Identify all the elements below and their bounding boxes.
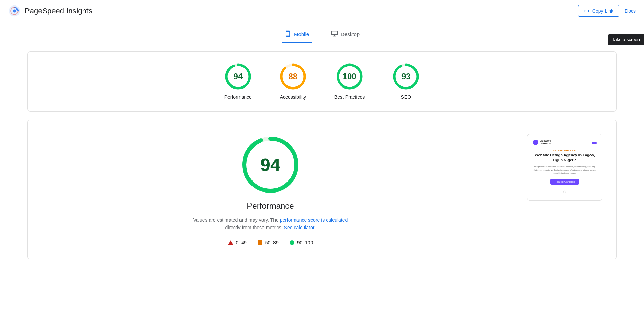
menu-line-2 bbox=[592, 142, 597, 143]
score-cards: 94 Performance 88 Accessibility bbox=[42, 63, 602, 111]
accessibility-circle: 88 bbox=[279, 63, 307, 90]
score-card-accessibility: 88 Accessibility bbox=[279, 63, 307, 100]
docs-link[interactable]: Docs bbox=[625, 8, 636, 14]
performance-section: 94 Performance Values are estimated and … bbox=[27, 120, 617, 259]
best-practices-circle: 100 bbox=[336, 63, 363, 90]
large-performance-score: 94 bbox=[260, 154, 280, 175]
score-description: Values are estimated and may vary. The p… bbox=[193, 216, 348, 232]
seo-score: 93 bbox=[401, 72, 411, 81]
copy-link-button[interactable]: Copy Link bbox=[578, 5, 619, 17]
mobile-icon bbox=[284, 30, 291, 38]
app-title: PageSpeed Insights bbox=[25, 7, 92, 15]
tab-desktop[interactable]: Desktop bbox=[328, 26, 362, 43]
fail-range: 0–49 bbox=[236, 240, 247, 245]
preview-footer: ○ bbox=[533, 189, 597, 195]
calculator-link[interactable]: See calculator. bbox=[284, 225, 316, 230]
best-practices-score: 100 bbox=[343, 72, 356, 81]
legend-pass: 90–100 bbox=[290, 240, 313, 245]
desc-text-1: Values are estimated and may vary. The bbox=[193, 217, 279, 223]
score-cards-wrapper: 94 Performance 88 Accessibility bbox=[27, 51, 617, 112]
pass-icon bbox=[290, 240, 294, 245]
preview-header: BluewaveDIGITALS bbox=[533, 140, 597, 145]
perf-score-link[interactable]: performance score is calculated bbox=[280, 217, 348, 223]
header-right: Copy Link Docs bbox=[578, 5, 636, 17]
preview-menu-icon bbox=[592, 141, 597, 144]
preview-hero: WE ARE THE BEST Website Design Agency in… bbox=[533, 149, 597, 185]
header-left: PageSpeed Insights bbox=[8, 5, 92, 17]
performance-label: Performance bbox=[224, 94, 252, 100]
seo-label: SEO bbox=[401, 94, 411, 100]
pass-range: 90–100 bbox=[297, 240, 313, 245]
accessibility-label: Accessibility bbox=[280, 94, 306, 100]
vertical-divider bbox=[513, 134, 513, 245]
score-card-best-practices: 100 Best Practices bbox=[334, 63, 365, 100]
score-legend: 0–49 50–89 90–100 bbox=[228, 240, 313, 245]
legend-average: 50–89 bbox=[258, 240, 279, 245]
average-range: 50–89 bbox=[265, 240, 279, 245]
header: PageSpeed Insights Copy Link Docs bbox=[0, 0, 644, 22]
menu-line-3 bbox=[592, 143, 597, 144]
tabs-container: Mobile Desktop bbox=[0, 22, 644, 43]
preview-footer-icon: ○ bbox=[563, 189, 566, 195]
preview-logo-text: BluewaveDIGITALS bbox=[540, 140, 551, 145]
large-score-container: 94 Performance Values are estimated and … bbox=[42, 134, 499, 245]
preview-tagline: WE ARE THE BEST bbox=[533, 149, 597, 151]
score-divider bbox=[42, 111, 602, 111]
desktop-icon bbox=[331, 30, 338, 38]
accessibility-score: 88 bbox=[288, 72, 297, 81]
website-preview: BluewaveDIGITALS WE ARE THE BEST Website… bbox=[527, 134, 602, 201]
menu-line-1 bbox=[592, 141, 597, 141]
preview-cta-button: Request A Website bbox=[550, 179, 579, 185]
take-screenshot-tooltip: Take a screen bbox=[608, 34, 644, 45]
score-card-seo: 93 SEO bbox=[392, 63, 420, 100]
best-practices-label: Best Practices bbox=[334, 94, 365, 100]
large-performance-circle: 94 bbox=[239, 134, 301, 196]
tab-mobile[interactable]: Mobile bbox=[282, 26, 312, 43]
preview-logo: BluewaveDIGITALS bbox=[533, 140, 551, 145]
performance-right: BluewaveDIGITALS WE ARE THE BEST Website… bbox=[527, 134, 602, 245]
seo-circle: 93 bbox=[392, 63, 420, 90]
mobile-tab-label: Mobile bbox=[294, 31, 309, 37]
desktop-tab-label: Desktop bbox=[341, 31, 360, 37]
fail-icon bbox=[228, 240, 233, 245]
main-content: 94 Performance 88 Accessibility bbox=[0, 51, 644, 259]
preview-description: Our process is rooted in research, analy… bbox=[533, 165, 597, 175]
large-performance-title: Performance bbox=[247, 201, 294, 211]
link-icon bbox=[584, 8, 589, 14]
pagespeed-logo bbox=[8, 5, 21, 17]
average-icon bbox=[258, 240, 262, 245]
legend-fail: 0–49 bbox=[228, 240, 247, 245]
preview-title: Website Design Agency in Lagos, Ogun Nig… bbox=[533, 153, 597, 163]
preview-logo-circle bbox=[533, 140, 538, 145]
performance-circle: 94 bbox=[224, 63, 252, 90]
performance-score: 94 bbox=[233, 72, 243, 81]
performance-left: 94 Performance Values are estimated and … bbox=[42, 134, 499, 245]
score-card-performance: 94 Performance bbox=[224, 63, 252, 100]
